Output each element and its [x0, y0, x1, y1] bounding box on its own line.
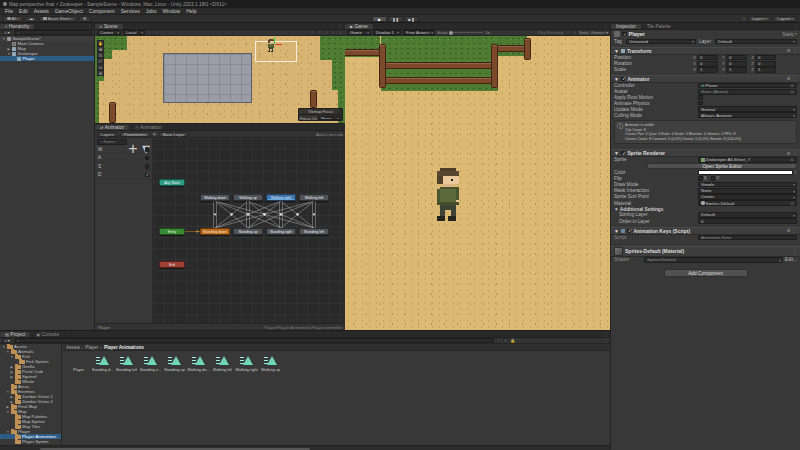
axis-x-input[interactable]: 0	[697, 61, 718, 67]
static-dropdown-caret[interactable]: ▾	[795, 32, 797, 36]
animator-parameter-row[interactable]: S	[95, 163, 152, 172]
hierarchy-row[interactable]: Player	[0, 56, 94, 61]
tab-game[interactable]: ▶Game	[345, 24, 374, 29]
static-label[interactable]: Static	[782, 32, 794, 37]
animator-graph[interactable]: Any StateWalking downWalking upWalking r…	[153, 138, 345, 323]
asset-item[interactable]: Standing ri...	[139, 354, 162, 372]
stats-toggle[interactable]: Stats	[579, 30, 589, 35]
menu-item[interactable]: Component	[86, 8, 118, 14]
axis-z-input[interactable]: 0	[755, 61, 776, 67]
asset-item[interactable]: Player	[67, 354, 90, 372]
expand-arrow[interactable]: ▼	[6, 390, 10, 394]
gizmos-toggle-icon[interactable]	[338, 30, 343, 35]
menu-item[interactable]: Window	[159, 8, 183, 14]
menu-item[interactable]: File	[2, 8, 16, 14]
search-icon[interactable]: ⌕	[743, 15, 746, 22]
animator-state-node[interactable]: Walking left	[299, 194, 329, 201]
move-gizmo-x-axis[interactable]	[275, 44, 282, 45]
asset-item[interactable]: Walking left	[211, 354, 234, 372]
camera-settings-icon[interactable]	[331, 30, 336, 35]
game-tab-menu[interactable]: ⋮	[603, 23, 610, 29]
preset-icon[interactable]: ⚙	[786, 48, 790, 53]
animator-state-node[interactable]: Walking right	[266, 194, 296, 201]
tab-animation[interactable]: ◷Animation	[130, 125, 167, 130]
expand-arrow[interactable]: ▶	[10, 400, 14, 404]
sort-point-dropdown[interactable]: Center	[698, 194, 797, 200]
auto-live-link-toggle[interactable]: Auto Live Link	[316, 132, 343, 137]
animate-physics-checkbox[interactable]	[698, 101, 703, 106]
animator-tab-menu[interactable]: ⋮	[338, 124, 345, 130]
draw-mode-dropdown[interactable]: Simple	[698, 182, 797, 188]
preset-icon[interactable]: ⚙	[786, 76, 790, 81]
gameobject-icon-selector[interactable]	[614, 31, 620, 37]
pause-button[interactable]: ❚❚	[388, 16, 403, 22]
aspect-dropdown[interactable]: Free Aspect	[403, 30, 435, 36]
menu-item[interactable]: Assets	[31, 8, 52, 14]
hierarchy-add-button[interactable]: + ▾	[2, 30, 12, 35]
shader-edit-button[interactable]: Edit...	[785, 257, 797, 263]
effects-icon[interactable]	[324, 30, 329, 35]
more-icon[interactable]: ⋮	[793, 48, 798, 53]
expand-arrow[interactable]: ▼	[6, 350, 10, 354]
color-swatch[interactable]	[698, 170, 793, 175]
play-button[interactable]: ▶	[372, 16, 387, 22]
project-tree-row[interactable]: Player Sprites	[0, 439, 61, 444]
player-sprite-game[interactable]	[432, 168, 464, 221]
asset-item[interactable]: Standing left	[115, 354, 138, 372]
lock-icon[interactable]: 🔒	[510, 338, 515, 343]
tab-tile-palette[interactable]: Tile Palette	[642, 24, 677, 29]
active-checkbox[interactable]	[622, 32, 627, 37]
expand-arrow[interactable]: ▶	[10, 370, 14, 374]
more-icon[interactable]: ⋮	[793, 249, 798, 254]
apply-root-motion-checkbox[interactable]	[698, 95, 703, 100]
display-dropdown[interactable]: Display 1	[373, 30, 401, 36]
stone-platform-tilemap[interactable]	[163, 53, 252, 103]
layer-dropdown[interactable]: Default	[715, 39, 797, 45]
menu-item[interactable]: Help	[183, 8, 199, 14]
animator-state-node[interactable]: Standing up	[233, 228, 263, 235]
expand-arrow[interactable]: ▼	[6, 410, 10, 414]
breadcrumb[interactable]: AssetsPlayerPlayer Animations	[63, 344, 610, 351]
asset-item[interactable]: Walking right	[235, 354, 258, 372]
game-mode-dropdown[interactable]: Game	[347, 30, 371, 36]
parameter-search-input[interactable]: ⌕Name	[97, 139, 127, 145]
tab-scene[interactable]: ◐Scene	[95, 24, 124, 29]
asset-store-button[interactable]: Asset Store▾	[39, 16, 76, 22]
snap-icon[interactable]	[154, 30, 159, 35]
expand-arrow[interactable]: ▼	[2, 37, 6, 41]
sprite-object-field[interactable]: Zookeeper All-Sheet_7⊙	[698, 157, 797, 163]
tab-project[interactable]: ▤Project	[0, 332, 31, 337]
animator-enabled-checkbox[interactable]	[621, 77, 626, 82]
mask-interaction-dropdown[interactable]: None	[698, 188, 797, 194]
play-focused-dropdown[interactable]: Play Focused	[538, 30, 563, 35]
lighting-icon[interactable]	[310, 30, 315, 35]
animator-state-node[interactable]: Walking up	[233, 194, 263, 201]
tab-console[interactable]: ▣Console	[31, 332, 65, 337]
axis-x-input[interactable]: 1	[697, 67, 718, 73]
preset-icon[interactable]: ⚙	[786, 228, 790, 233]
animator-parameter-row[interactable]: D	[95, 171, 152, 180]
scale-slider[interactable]	[449, 32, 483, 33]
pivot-dropdown[interactable]: Center	[97, 30, 121, 36]
animator-state-node[interactable]: Standing right	[266, 228, 296, 235]
shader-dropdown[interactable]: Sprites/Default	[644, 257, 783, 263]
more-icon[interactable]: ⋮	[793, 228, 798, 233]
project-search-input[interactable]: ⌕	[14, 338, 494, 343]
layers-dropdown[interactable]: Layers▾	[748, 16, 772, 22]
add-parameter-button[interactable]: + ▾	[128, 139, 150, 145]
sprite-renderer-enabled-checkbox[interactable]	[621, 151, 626, 156]
eyedropper-icon[interactable]: ✎	[794, 170, 797, 175]
avatar-object-field[interactable]: None (Avatar)⊙	[698, 89, 797, 95]
breadcrumb-item[interactable]: Player Animations	[98, 345, 143, 350]
expand-arrow[interactable]: ▼	[2, 345, 6, 349]
account-button[interactable]: All▾	[3, 16, 23, 22]
animator-state-node[interactable]: Standing left	[299, 228, 329, 235]
project-tab-menu[interactable]: ⋮	[603, 331, 610, 337]
animator-state-node[interactable]: Entry	[159, 228, 185, 235]
asset-item[interactable]: Walking up	[259, 354, 282, 372]
axis-z-input[interactable]: 0	[755, 55, 776, 61]
sorting-layer-dropdown[interactable]: Default	[698, 212, 797, 218]
expand-arrow[interactable]: ▶	[6, 405, 10, 409]
inspector-tab-menu[interactable]: ⋮	[794, 23, 800, 29]
menu-item[interactable]: Jobs	[143, 8, 160, 14]
